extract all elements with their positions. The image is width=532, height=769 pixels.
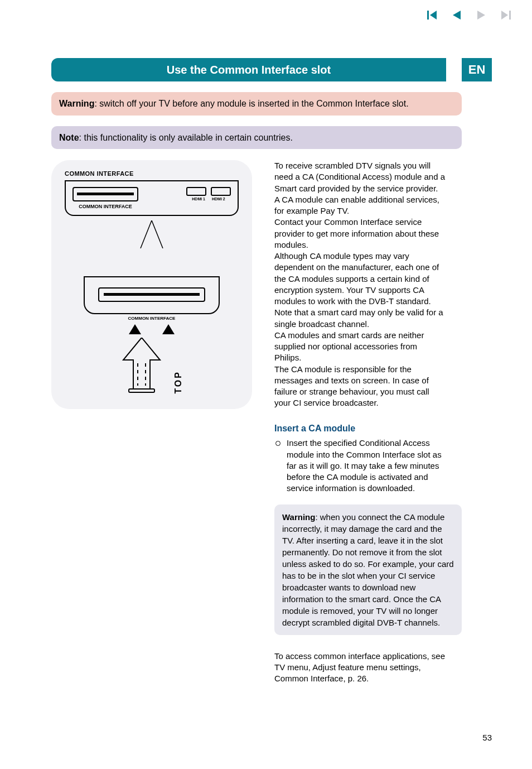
hdmi2-label: HDMI 2 <box>212 197 225 201</box>
text-column: To receive scrambled DTV signals you wil… <box>274 160 446 684</box>
body-p5: Note that a smart card may only be valid… <box>274 307 446 330</box>
svg-marker-4 <box>501 11 508 20</box>
panel-title: COMMON INTERFACE <box>65 170 239 177</box>
page-title: Use the Common Interface slot <box>51 58 446 81</box>
up-arrow-icon <box>120 338 163 393</box>
ca-module-outline <box>84 276 220 314</box>
svg-rect-5 <box>509 11 511 20</box>
ci-slot-group: COMMON INTERFACE <box>72 187 138 209</box>
warning-box: Warning: when you connect the CA module … <box>274 504 462 635</box>
ci-slot-icon <box>72 187 138 201</box>
page-number: 53 <box>482 733 492 742</box>
figure-column: COMMON INTERFACE COMMON INTERFACE HDMI 1 <box>51 160 252 684</box>
body-p4: Although CA module types may vary depend… <box>274 251 446 307</box>
warning-banner: Warning: switch off your TV before any m… <box>51 92 462 116</box>
warning-text: : switch off your TV before any module i… <box>94 99 408 108</box>
insert-triangles <box>129 324 175 334</box>
heading-bar: Use the Common Interface slot EN <box>51 58 492 81</box>
module-diagram: COMMON INTERFACE TOP <box>65 220 239 393</box>
last-page-icon[interactable] <box>501 10 511 20</box>
body-p7: The CA module is responsible for the mes… <box>274 364 446 409</box>
svg-rect-7 <box>129 389 154 392</box>
tv-back-panel: COMMON INTERFACE HDMI 1 HDMI 2 <box>65 180 239 216</box>
hdmi-group: HDMI 1 HDMI 2 <box>186 187 231 201</box>
hdmi2-port-icon <box>211 187 231 196</box>
heading-gap <box>446 58 462 81</box>
insert-steps: Insert the specified Conditional Access … <box>274 438 446 494</box>
page: Use the Common Interface slot EN Warning… <box>0 0 532 769</box>
insert-step-1: Insert the specified Conditional Access … <box>274 438 446 494</box>
triangle-up-icon <box>162 324 175 334</box>
hdmi1-label: HDMI 1 <box>192 197 205 201</box>
svg-rect-0 <box>427 11 429 20</box>
interface-figure: COMMON INTERFACE COMMON INTERFACE HDMI 1 <box>51 160 252 409</box>
next-page-icon[interactable] <box>476 10 486 20</box>
warning-label: Warning <box>59 99 94 108</box>
warning2-text: : when you connect the CA module incorre… <box>282 512 454 627</box>
svg-marker-6 <box>123 338 160 389</box>
language-badge: EN <box>462 58 492 81</box>
nav-icons <box>427 10 511 20</box>
top-label: TOP <box>173 371 183 394</box>
content-columns: COMMON INTERFACE COMMON INTERFACE HDMI 1 <box>51 160 446 684</box>
prev-page-icon[interactable] <box>452 10 462 20</box>
closing-paragraph: To access common interface applications,… <box>274 651 446 685</box>
triangle-up-icon <box>129 324 141 334</box>
insert-heading: Insert a CA module <box>274 422 446 435</box>
svg-marker-3 <box>477 11 485 20</box>
note-text: : this functionality is only available i… <box>79 133 293 142</box>
body-p6: CA modules and smart cards are neither s… <box>274 330 446 364</box>
body-p3: Contact your Common Interface service pr… <box>274 217 446 251</box>
ci-slot-label: COMMON INTERFACE <box>72 204 138 209</box>
hdmi1-port-icon <box>186 187 206 196</box>
note-banner: Note: this functionality is only availab… <box>51 126 462 150</box>
ca-module-slot-icon <box>98 287 205 302</box>
warning2-label: Warning <box>282 512 315 522</box>
body-p1: To receive scrambled DTV signals you wil… <box>274 160 446 194</box>
svg-marker-2 <box>453 11 461 20</box>
svg-marker-1 <box>430 11 437 20</box>
body-p2: A CA module can enable additional servic… <box>274 194 446 217</box>
first-page-icon[interactable] <box>427 10 437 20</box>
ca-module-label: COMMON INTERFACE <box>128 316 176 321</box>
note-label: Note <box>59 133 79 142</box>
insert-arrow: TOP <box>120 338 183 393</box>
pointer-line-icon <box>135 220 168 248</box>
